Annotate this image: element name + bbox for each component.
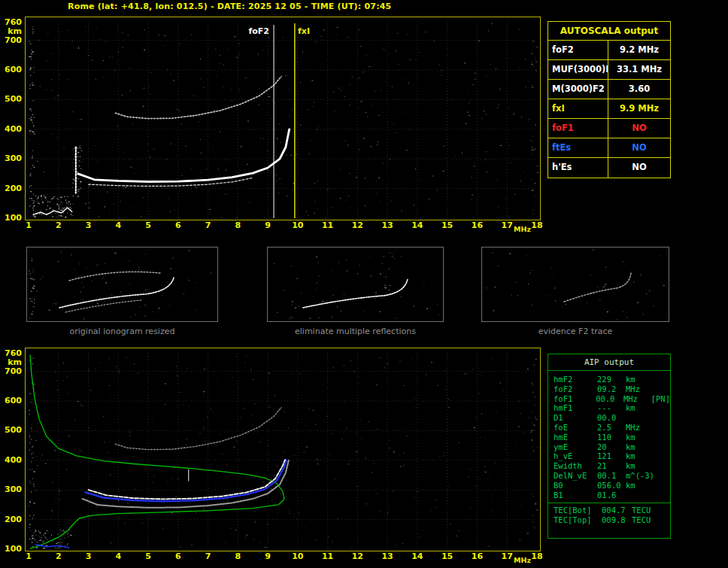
aip-row: foF100.0MHz[PN] [548,394,670,404]
top-y-tick: 200 [2,184,22,193]
aip-param: foE [554,423,597,433]
fxl-marker-label: fxI [296,26,311,36]
aip-value: 121 [597,451,626,461]
aip-row: foE2.5MHz [548,423,670,433]
thumbnail-reflections-canvas [268,248,443,321]
top-x-tick: 2 [50,221,67,230]
aip-row: hmF1---km [548,403,670,413]
autoscala-value: 3.60 [608,80,670,99]
bottom-y-unit: km [2,358,22,367]
aip-param: Ewidth [554,461,597,471]
page-title: Rome (lat: +41.8, lon: 012.5) - DATE: 20… [68,2,391,11]
autoscala-output-table: AUTOSCALA output foF29.2 MHzMUF(3000)F23… [548,21,671,178]
top-y-unit: km [2,27,22,36]
bottom-x-tick: 18 [529,552,545,561]
aip-row: h_vE121km [548,451,670,461]
thumbnail-multiple-reflections [267,247,444,322]
aip-param: hmF1 [554,403,597,413]
top-ionogram-canvas [26,17,540,220]
autoscala-row: fxI9.9 MHz [548,99,670,119]
aip-value: 09.2 [597,384,626,394]
autoscala-table-title: AUTOSCALA output [548,22,670,41]
bottom-y-tick: 500 [2,426,22,435]
aip-value: 01.6 [597,491,626,500]
aip-row: ymE20km [548,442,670,452]
bottom-x-tick: 15 [439,552,456,561]
aip-row: B101.6 [548,491,670,500]
aip-param: B0 [554,481,597,491]
autoscala-row: ftEsNO [548,138,670,158]
top-x-tick: 18 [529,221,545,230]
bottom-x-tick: 6 [170,552,187,561]
autoscala-value: NO [608,119,670,138]
autoscala-row: h'EsNO [548,158,670,178]
aip-param: hmE [554,433,597,442]
bottom-y-tick: 100 [2,545,22,554]
aip-value: 00.0 [597,413,626,423]
aip-value: 056.0 [597,481,626,491]
top-x-tick: 17 [499,221,515,230]
aip-unit: km [626,403,654,413]
bottom-x-tick: 13 [379,552,396,561]
aip-unit: km [626,461,654,471]
autoscala-param: h'Es [548,158,608,178]
autoscala-param: foF2 [548,41,608,59]
aip-param: h_vE [554,451,597,461]
bottom-x-tick: 17 [499,552,515,561]
top-x-tick: 15 [439,221,456,230]
aip-value: 2.5 [597,423,626,433]
aip-value: 21 [597,461,626,471]
aip-row: hmE110km [548,433,670,442]
aip-tec-param: TEC[Bot] [554,506,602,515]
thumbnail-f2-trace [481,247,669,322]
aip-value: 110 [597,433,626,442]
top-y-tick: 100 [2,214,22,223]
aip-note [654,442,670,452]
bottom-ionogram-plot [25,348,541,551]
bottom-x-tick: 10 [290,552,306,561]
aip-row: foF209.2MHz [548,384,670,394]
aip-note [654,451,670,461]
aip-tec-rows: TEC[Bot]004.7TECUTEC[Top]009.8TECU [548,506,670,525]
aip-unit: MHz [626,384,654,394]
thumbnail-original-canvas [27,248,217,321]
aip-note [654,461,670,471]
aip-note [654,413,670,423]
aip-tec-row: TEC[Bot]004.7TECU [548,506,670,515]
autoscala-screen: Rome (lat: +41.8, lon: 012.5) - DATE: 20… [0,0,728,568]
autoscala-value: NO [608,138,670,157]
bottom-y-tick: 300 [2,485,22,494]
bottom-ionogram-canvas [26,348,540,551]
top-x-tick: 7 [200,221,217,230]
bottom-y-tick: 700 [2,367,22,376]
autoscala-row: foF29.2 MHz [548,41,670,60]
aip-unit: km [626,375,654,384]
bottom-x-tick: 2 [50,552,67,561]
bottom-y-tick: 400 [2,456,22,465]
aip-value: 20 [597,442,626,452]
top-x-tick: 12 [349,221,366,230]
top-x-tick: 5 [140,221,156,230]
aip-row: Ewidth21km [548,461,670,471]
bottom-x-tick: 14 [409,552,426,561]
aip-note [654,384,670,394]
autoscala-row: foF1NO [548,119,670,138]
top-x-tick: 9 [259,221,276,230]
aip-value: 00.0 [596,394,623,404]
autoscala-param: MUF(3000)F2 [548,60,608,79]
aip-tec-unit: TECU [632,515,670,525]
aip-unit: km [626,481,654,491]
thumbnail-caption-original: original ionogram resized [26,327,218,336]
aip-row: hmF2229km [548,375,670,384]
top-y-tick: 300 [2,154,22,163]
autoscala-param: ftEs [548,138,608,157]
aip-note: [PN] [651,394,670,404]
aip-param: foF1 [554,394,596,404]
bottom-x-tick: 1 [20,552,37,561]
autoscala-param: fxI [548,99,608,118]
aip-unit [626,491,654,500]
aip-table-rows: hmF2229kmfoF209.2MHzfoF100.0MHz[PN]hmF1-… [548,375,670,500]
bottom-y-tick: 200 [2,515,22,524]
aip-value: 229 [597,375,626,384]
aip-row: DelN_vE00.1m^(-3) [548,471,670,481]
